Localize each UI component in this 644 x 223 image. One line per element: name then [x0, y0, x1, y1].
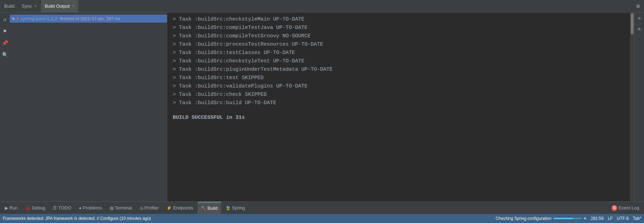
tab-build-output-close[interactable]: ✕: [72, 4, 75, 8]
restart-icon[interactable]: ↺: [1, 15, 9, 23]
project-name: spring-boot-2.4.3:: [20, 16, 59, 21]
event-log-label: Event Log: [619, 205, 639, 210]
task-line-9: > Task :buildSrc:validatePlugins UP-TO-D…: [173, 82, 624, 91]
tab-profiler[interactable]: ◎ Profiler: [136, 202, 162, 214]
build-success-line: BUILD SUCCESSFUL in 31s: [173, 114, 624, 122]
scrollbar-thumb[interactable]: [631, 13, 634, 34]
task-line-5: > Task :buildSrc:testClasses UP-TO-DATE: [173, 49, 624, 57]
tab-endpoints[interactable]: ⚡ Endpoints: [163, 202, 197, 214]
tree-item-label: spring-boot-2.4.3: finished At 2021/ 57 …: [20, 16, 120, 21]
status-charset[interactable]: UTF-8: [617, 216, 629, 221]
tab-debug[interactable]: 🐞 Debug: [22, 202, 49, 214]
status-bar: Frameworks detected: JPA framework is de…: [0, 214, 644, 223]
top-tab-bar: Build: Sync ✕ Build Output ✕ ⚙: [0, 0, 644, 13]
tab-todo[interactable]: ☰ TODO: [49, 202, 75, 214]
task-line-2: > Task :buildSrc:compileTestJava UP-TO-D…: [173, 24, 624, 32]
task-line-3: > Task :buildSrc:compileTestGroovy NO-SO…: [173, 32, 624, 40]
tab-terminal[interactable]: ▤ Terminal: [106, 202, 135, 214]
tab-todo-label: TODO: [58, 205, 71, 210]
task-line-8: > Task :buildSrc:test SKIPPED: [173, 74, 624, 82]
todo-icon: ☰: [53, 206, 57, 210]
tree-error-icon: ●: [16, 16, 19, 21]
pin-icon[interactable]: 📌: [1, 39, 9, 47]
run-icon: ▶: [5, 206, 8, 210]
status-progress-fill: [553, 218, 573, 219]
main-content: ↺ ■ 📌 🔍 ▶ ● spring-boot-2.4.3: finished …: [0, 13, 644, 201]
build-output-panel[interactable]: > Task :buildSrc:checkstyleMain UP-TO-DA…: [167, 13, 630, 201]
sidebar-tree: ▶ ● spring-boot-2.4.3: finished At 2021/…: [10, 13, 167, 25]
scrollbar-track[interactable]: [630, 13, 634, 201]
task-line-11: > Task :buildSrc:build UP-TO-DATE: [173, 99, 624, 107]
task-line-1: > Task :buildSrc:checkstyleMain UP-TO-DA…: [173, 15, 624, 24]
event-log-button[interactable]: S Event Log: [608, 204, 643, 212]
tab-run-label: Run: [9, 205, 18, 210]
right-icon-list[interactable]: ≡: [636, 15, 643, 22]
build-label: Build:: [3, 1, 17, 11]
find-icon[interactable]: 🔍: [1, 51, 9, 59]
tab-problems[interactable]: ● Problems: [76, 202, 106, 214]
tab-endpoints-label: Endpoints: [173, 205, 193, 210]
debug-icon: 🐞: [25, 206, 31, 210]
problems-icon: ●: [79, 206, 82, 210]
tree-arrow-icon: ▶: [13, 16, 15, 21]
sidebar-icons: ↺ ■ 📌 🔍: [0, 13, 10, 59]
status-right: Checking Spring configuration ✕ 281:59 L…: [496, 216, 641, 221]
tab-run[interactable]: ▶ Run: [1, 202, 21, 214]
tab-profiler-label: Profiler: [145, 205, 159, 210]
tab-sync[interactable]: Sync ✕: [18, 0, 41, 12]
build-icon: 🔨: [201, 206, 206, 211]
status-checking-text: Checking Spring configuration: [496, 216, 551, 221]
status-cancel-icon[interactable]: ✕: [583, 216, 587, 221]
status-indent[interactable]: Tab*: [633, 216, 641, 221]
right-icons-panel: ≡ ⇅: [634, 13, 644, 201]
tab-terminal-label: Terminal: [115, 205, 132, 210]
status-position[interactable]: 281:59: [591, 216, 604, 221]
tab-spring-label: Spring: [232, 205, 245, 210]
settings-gear-icon[interactable]: ⚙: [635, 1, 641, 11]
status-frameworks-text[interactable]: Frameworks detected: JPA framework is de…: [3, 216, 151, 221]
endpoints-icon: ⚡: [166, 206, 172, 210]
event-log-icon: S: [612, 205, 617, 211]
status-left: Frameworks detected: JPA framework is de…: [3, 216, 493, 221]
status-progress-bar: [553, 218, 581, 219]
tree-item-build[interactable]: ▶ ● spring-boot-2.4.3: finished At 2021/…: [10, 15, 167, 23]
spring-icon: 🍃: [225, 206, 231, 210]
task-line-6: > Task :buildSrc:checkstyleTest UP-TO-DA…: [173, 57, 624, 66]
tab-build-label: Build: [208, 206, 218, 211]
tab-build-output[interactable]: Build Output ✕: [41, 0, 78, 12]
tab-debug-label: Debug: [32, 205, 45, 210]
task-line-10: > Task :buildSrc:check SKIPPED: [173, 91, 624, 99]
tab-sync-close[interactable]: ✕: [34, 4, 37, 8]
tab-build[interactable]: 🔨 Build: [197, 202, 221, 214]
tab-spring[interactable]: 🍃 Spring: [222, 202, 249, 214]
sidebar: ↺ ■ 📌 🔍 ▶ ● spring-boot-2.4.3: finished …: [0, 13, 167, 201]
right-icon-sort[interactable]: ⇅: [636, 25, 643, 33]
tab-problems-label: Problems: [83, 205, 102, 210]
task-line-4: > Task :buildSrc:processTestResources UP…: [173, 40, 624, 49]
tab-build-output-label: Build Output: [45, 3, 70, 9]
profiler-icon: ◎: [140, 206, 143, 210]
status-progress-container: Checking Spring configuration ✕: [496, 216, 587, 221]
tab-sync-label: Sync: [22, 3, 32, 9]
stop-icon[interactable]: ■: [1, 27, 9, 35]
status-line-ending[interactable]: LF: [608, 216, 613, 221]
tree-item-detail: finished At 2021/ 57 sec, 587 ms: [60, 16, 120, 21]
bottom-tabs: ▶ Run 🐞 Debug ☰ TODO ● Problems ▤ Termin…: [0, 201, 644, 214]
task-line-7: > Task :buildSrc:pluginUnderTestMetadata…: [173, 66, 624, 74]
terminal-icon: ▤: [110, 206, 114, 210]
